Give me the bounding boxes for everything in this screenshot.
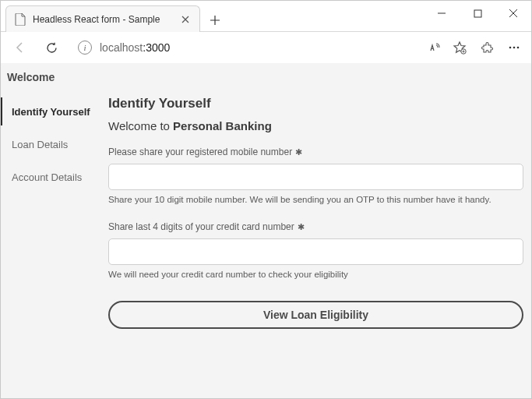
browser-window: Headless React form - Sample (0, 0, 532, 399)
sidebar-item-identify[interactable]: Identify Yourself (1, 97, 104, 125)
field-help: Share your 10 digit mobile number. We wi… (108, 195, 523, 204)
sidebar-item-loan[interactable]: Loan Details (1, 130, 104, 158)
svg-point-3 (513, 47, 516, 49)
svg-point-2 (509, 47, 512, 49)
address-actions (428, 40, 525, 55)
url-host: localhost (100, 41, 143, 54)
main-panel: Identify Yourself Welcome to Personal Ba… (104, 90, 531, 344)
page-welcome-heading: Welcome (1, 63, 531, 90)
cc-input[interactable] (108, 238, 523, 265)
field-cc: Share last 4 digits of your credit card … (108, 221, 523, 279)
sub-heading-prefix: Welcome to (108, 119, 173, 132)
back-button[interactable] (7, 35, 33, 60)
file-icon (14, 13, 26, 26)
close-window-button[interactable] (495, 1, 531, 26)
field-label-text: Share last 4 digits of your credit card … (108, 221, 294, 232)
field-label: Please share your registered mobile numb… (108, 147, 523, 157)
field-help: We will need your credit card number to … (108, 270, 523, 279)
refresh-button[interactable] (38, 35, 65, 60)
extensions-icon[interactable] (480, 40, 495, 55)
favorites-icon[interactable] (452, 40, 467, 55)
read-aloud-icon[interactable] (428, 40, 444, 55)
sidebar-item-label: Identify Yourself (12, 106, 90, 118)
url-port: :3000 (143, 41, 170, 54)
view-eligibility-button[interactable]: View Loan Eligibility (108, 301, 523, 329)
minimize-button[interactable] (424, 1, 460, 26)
layout: Identify Yourself Loan Details Account D… (1, 90, 531, 344)
field-label-text: Please share your registered mobile numb… (108, 147, 292, 157)
window-controls (424, 1, 531, 26)
mobile-input[interactable] (108, 164, 523, 190)
sub-heading: Welcome to Personal Banking (108, 119, 523, 132)
sidebar-item-label: Loan Details (12, 139, 68, 150)
tab-title: Headless React form - Sample (33, 14, 179, 25)
tab-strip: Headless React form - Sample (1, 1, 227, 32)
site-info-icon[interactable]: i (78, 41, 92, 55)
browser-tab[interactable]: Headless React form - Sample (5, 5, 200, 32)
required-star-icon: ✱ (295, 147, 302, 157)
page-content: Welcome Identify Yourself Loan Details A… (1, 63, 531, 398)
svg-rect-0 (474, 10, 481, 17)
new-tab-button[interactable] (203, 9, 227, 32)
titlebar: Headless React form - Sample (1, 1, 531, 32)
svg-point-4 (517, 47, 520, 49)
sidebar-item-account[interactable]: Account Details (1, 163, 104, 191)
more-menu-icon[interactable] (506, 40, 522, 55)
tab-close-button[interactable] (179, 13, 192, 26)
address-bar: i localhost:3000 (1, 32, 531, 63)
sidebar-item-label: Account Details (12, 171, 82, 183)
required-star-icon: ✱ (298, 222, 305, 232)
field-mobile: Please share your registered mobile numb… (108, 147, 523, 204)
maximize-button[interactable] (460, 1, 495, 26)
field-label: Share last 4 digits of your credit card … (108, 221, 523, 232)
main-heading: Identify Yourself (108, 96, 523, 111)
sub-heading-bold: Personal Banking (173, 119, 272, 132)
url-input[interactable]: i localhost:3000 (69, 36, 419, 59)
sidebar: Identify Yourself Loan Details Account D… (1, 90, 104, 344)
